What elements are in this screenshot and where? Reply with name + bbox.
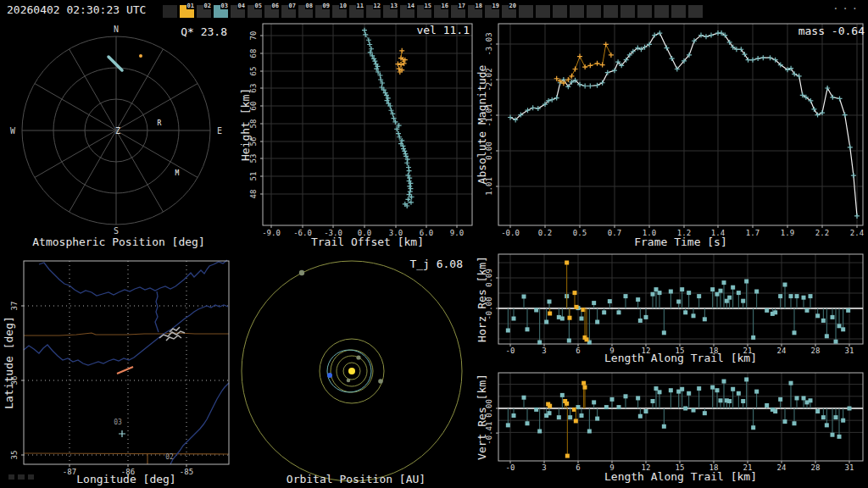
tab-15[interactable]: 15	[417, 5, 431, 18]
tab-number: 17	[458, 3, 466, 9]
svg-text:35: 35	[10, 451, 19, 460]
svg-text:02: 02	[165, 453, 174, 461]
svg-text:68: 68	[249, 49, 258, 58]
panel-atmospheric-position: NSWEZRM Q* 23.8 Atmospheric Position [de…	[0, 20, 237, 251]
tab-08[interactable]: 08	[298, 5, 313, 18]
tab-number: 16	[441, 3, 449, 9]
panel-vert-residuals: -0369121518212428310.00-0.41 Length Alon…	[475, 369, 868, 488]
tab-number: 06	[271, 3, 280, 9]
tab-number: 18	[475, 3, 483, 9]
svg-text:N: N	[114, 25, 119, 34]
panel-horz-residuals: -0369121518212428310.09-0.00 Length Alon…	[475, 251, 868, 369]
horz-ylabel: Horz Res [km]	[476, 256, 488, 342]
panel-ground-map: 0302-87-86-85373635 Longitude [deg]	[0, 251, 237, 488]
tab-blank[interactable]	[688, 5, 703, 18]
svg-text:E: E	[217, 126, 222, 136]
panel-magnitude: -0.00.20.50.71.01.21.41.71.92.22.4-3.03-…	[475, 20, 868, 251]
overflow-menu-icon[interactable]: ···	[832, 3, 861, 14]
tab-10[interactable]: 10	[332, 5, 347, 18]
vert-ylabel: Vert Res [km]	[476, 374, 488, 460]
tab-blank[interactable]	[620, 5, 635, 18]
map-xlabel: Longitude [deg]	[24, 473, 229, 485]
tab-number: 10	[339, 3, 348, 9]
trail-ylabel: Height [km]	[239, 88, 252, 161]
tab-number: 14	[407, 3, 415, 9]
svg-text:Z: Z	[115, 126, 120, 136]
map-ylabel: Latitude [deg]	[3, 316, 15, 409]
velocity-annotation: vel 11.1	[416, 24, 470, 36]
svg-text:R: R	[158, 119, 162, 127]
tab-14[interactable]: 14	[400, 5, 415, 18]
top-status-bar: 20260402 02:30:23 UTC 010203040506070809…	[0, 0, 868, 20]
tab-number: 19	[492, 3, 500, 9]
svg-text:70: 70	[249, 31, 258, 41]
tab-19[interactable]: 19	[485, 5, 499, 18]
svg-text:65: 65	[249, 67, 258, 76]
tab-12[interactable]: 12	[366, 5, 381, 18]
svg-text:51: 51	[249, 172, 258, 181]
svg-text:S: S	[114, 226, 119, 236]
tab-number: 15	[424, 3, 432, 9]
svg-text:03: 03	[114, 419, 122, 426]
svg-text:48: 48	[249, 190, 258, 199]
tab-blank[interactable]	[163, 5, 177, 18]
tab-blank[interactable]	[604, 5, 618, 18]
tab-16[interactable]: 16	[434, 5, 448, 18]
tab-number: 13	[390, 3, 398, 9]
tab-number: 20	[509, 3, 517, 9]
magnitude-xlabel: Frame Time [s]	[498, 236, 863, 248]
tab-18[interactable]: 18	[468, 5, 482, 18]
atmospheric-polar-plot: NSWEZRM	[0, 20, 237, 251]
orbit-caption: Orbital Position [AU]	[237, 473, 475, 485]
tab-number: 04	[237, 3, 246, 9]
tab-number: 11	[356, 3, 364, 9]
tab-02[interactable]: 02	[197, 5, 211, 18]
tab-06[interactable]: 06	[264, 5, 279, 18]
tab-07[interactable]: 07	[281, 5, 296, 18]
tab-01[interactable]: 01	[180, 5, 194, 18]
utc-timestamp: 20260402 02:30:23 UTC	[7, 3, 146, 16]
tab-blank[interactable]	[671, 5, 686, 18]
tab-blank[interactable]	[637, 5, 652, 18]
ground-map-plot: 0302-87-86-85373635	[0, 251, 237, 488]
tab-blank[interactable]	[654, 5, 669, 18]
svg-text:-3.03: -3.03	[485, 32, 493, 55]
horz-xlabel: Length Along Trail [km]	[498, 352, 863, 364]
svg-text:37: 37	[10, 302, 19, 311]
tab-number: 01	[186, 3, 195, 9]
tab-number: 03	[220, 3, 229, 9]
tab-number: 05	[254, 3, 263, 9]
tab-strip: 0102030405060708091011121314151617181920	[163, 5, 703, 18]
orbit-plot	[237, 251, 475, 488]
tab-04[interactable]: 04	[231, 5, 245, 18]
tab-17[interactable]: 17	[451, 5, 465, 18]
tab-blank[interactable]	[587, 5, 601, 18]
tab-number: 09	[322, 3, 331, 9]
tisserand-annotation: T_j 6.08	[409, 258, 463, 270]
tab-13[interactable]: 13	[383, 5, 398, 18]
svg-text:W: W	[10, 126, 16, 136]
app-window: 20260402 02:30:23 UTC 010203040506070809…	[0, 0, 868, 488]
tab-blank[interactable]	[570, 5, 584, 18]
trail-offset-plot: -9.0-6.0-3.00.03.06.09.07068656360585653…	[237, 20, 475, 251]
tab-number: 07	[288, 3, 297, 9]
tab-blank[interactable]	[519, 5, 533, 18]
panel-trail-offset: -9.0-6.0-3.00.03.06.09.07068656360585653…	[237, 20, 475, 251]
tab-number: 12	[373, 3, 381, 9]
tab-11[interactable]: 11	[349, 5, 364, 18]
tab-20[interactable]: 20	[502, 5, 516, 18]
q-star-annotation: Q* 23.8	[181, 25, 227, 38]
magnitude-ylabel: Absolute Magnitude	[476, 65, 488, 185]
vert-xlabel: Length Along Trail [km]	[498, 470, 863, 483]
tab-05[interactable]: 05	[248, 5, 262, 18]
watermark-marks	[8, 474, 37, 480]
magnitude-plot: -0.00.20.50.71.01.21.41.71.92.22.4-3.03-…	[475, 20, 868, 251]
tab-09[interactable]: 09	[315, 5, 330, 18]
tab-03[interactable]: 03	[214, 5, 228, 18]
tab-blank[interactable]	[553, 5, 567, 18]
tab-blank[interactable]	[536, 5, 550, 18]
panel-orbit: T_j 6.08 Orbital Position [AU]	[237, 251, 475, 488]
mass-annotation: mass -0.64	[798, 25, 865, 37]
svg-text:M: M	[175, 169, 180, 177]
tab-number: 08	[305, 3, 314, 9]
